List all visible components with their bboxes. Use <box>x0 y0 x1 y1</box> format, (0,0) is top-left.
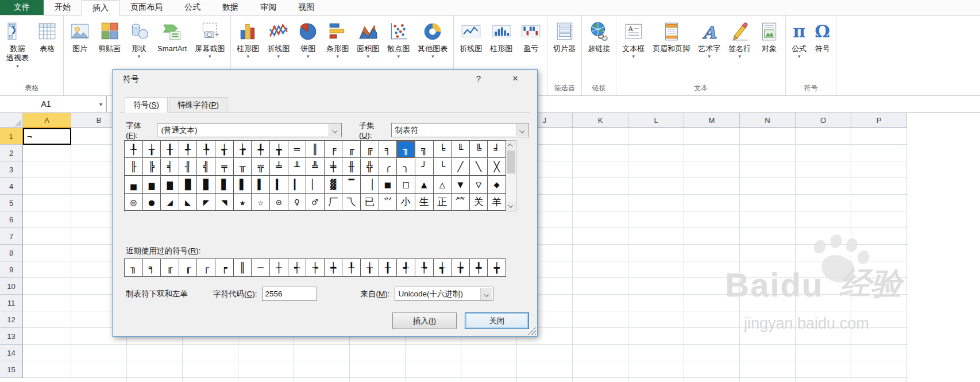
recent-symbol-cell[interactable]: ╂ <box>379 259 398 277</box>
tab-公式[interactable]: 公式 <box>173 0 211 15</box>
ribbon-other-chart[interactable]: 其他图表▾ <box>414 16 452 59</box>
ribbon-clipart[interactable]: 剪贴画 <box>94 16 125 53</box>
ribbon-picture[interactable]: 图片 <box>65 16 94 53</box>
symbol-cell[interactable]: 关 <box>470 194 488 211</box>
row-header-10[interactable]: 10 <box>0 278 23 295</box>
symbol-cell[interactable]: ♀ <box>288 194 307 211</box>
recent-symbol-cell[interactable]: ╕ <box>143 259 161 277</box>
column-header-P[interactable]: P <box>851 113 907 128</box>
recent-symbol-cell[interactable]: ┽ <box>288 259 307 277</box>
recent-symbol-cell[interactable]: ╖ <box>125 259 143 277</box>
symbol-cell[interactable]: □ <box>397 176 415 194</box>
subset-combo[interactable]: 制表符 <box>391 123 529 137</box>
symbol-cell[interactable]: ╦ <box>252 159 270 176</box>
dialog-tab-特殊字符(P)[interactable]: 特殊字符(P) <box>169 97 227 113</box>
symbol-cell[interactable]: █ <box>179 176 198 194</box>
column-header-N[interactable]: N <box>740 113 796 128</box>
row-header-3[interactable]: 3 <box>0 161 23 178</box>
from-combo[interactable]: Unicode(十六进制) <box>395 287 493 301</box>
symbol-cell[interactable]: ◆ <box>488 176 506 194</box>
ribbon-line-chart[interactable]: 折线图▾ <box>263 16 294 59</box>
symbol-cell[interactable]: ╇ <box>252 141 270 158</box>
help-icon[interactable]: ? <box>470 74 487 83</box>
ribbon-pie-chart[interactable]: 饼图▾ <box>294 16 322 59</box>
ribbon-textbox[interactable]: A文本框▾ <box>618 16 649 59</box>
ribbon-pi-formula[interactable]: π公式▾ <box>788 16 811 59</box>
recent-symbol-cell[interactable]: ┍ <box>215 259 234 277</box>
symbol-cell[interactable]: ● <box>143 194 161 211</box>
symbol-cell[interactable]: ☆ <box>252 194 270 211</box>
symbol-cell[interactable]: ╢ <box>179 159 198 176</box>
recent-symbol-cell[interactable]: ╀ <box>342 259 361 277</box>
symbol-cell[interactable]: ♂ <box>306 194 325 211</box>
symbol-cell[interactable]: ▓ <box>325 176 343 194</box>
symbol-cell[interactable]: ╈ <box>270 141 288 158</box>
symbol-cell[interactable]: ╬ <box>361 159 379 176</box>
dialog-tab-符号(S)[interactable]: 符号(S) <box>125 97 168 113</box>
symbol-cell[interactable]: 乁 <box>342 194 361 211</box>
recent-symbol-cell[interactable]: ─ <box>252 259 270 277</box>
font-combo-arrow-icon[interactable] <box>329 124 341 136</box>
symbol-cell[interactable]: ╮ <box>397 159 415 176</box>
symbol-cell[interactable]: ▽ <box>470 176 488 194</box>
recent-symbol-cell[interactable]: ║ <box>234 259 252 277</box>
from-combo-arrow-icon[interactable] <box>480 288 492 300</box>
symbol-cell[interactable]: ⊙ <box>270 194 288 211</box>
recent-symbol-cell[interactable]: ┾ <box>306 259 325 277</box>
ribbon-header-footer[interactable]: 页眉和页脚 <box>649 16 694 53</box>
recent-symbol-cell[interactable]: ┿ <box>325 259 343 277</box>
symbol-cell[interactable]: ▆ <box>161 176 179 194</box>
symbol-cell[interactable]: ╟ <box>125 159 143 176</box>
symbol-cell[interactable]: ╭ <box>379 159 398 176</box>
symbol-cell[interactable]: ╧ <box>270 159 288 176</box>
symbol-cell[interactable]: ▋ <box>234 176 252 194</box>
symbol-cell[interactable]: ╩ <box>306 159 325 176</box>
symbol-cell[interactable]: 已 <box>361 194 379 211</box>
symbol-cell[interactable]: ╓ <box>342 141 361 158</box>
symbol-cell[interactable]: 小 <box>397 194 415 211</box>
symbol-cell[interactable]: ▎ <box>288 176 307 194</box>
symbol-cell[interactable]: ◥ <box>215 194 234 211</box>
ribbon-area-chart[interactable]: 面积图▾ <box>353 16 383 59</box>
symbol-cell[interactable]: ▍ <box>270 176 288 194</box>
ribbon-hyperlink[interactable]: 超链接 <box>584 16 614 53</box>
symbol-cell[interactable]: ▕ <box>361 176 379 194</box>
column-header-O[interactable]: O <box>796 113 851 128</box>
symbol-cell[interactable]: ╪ <box>325 159 343 176</box>
ribbon-screenshot[interactable]: 屏幕截图▾ <box>191 16 229 59</box>
row-header-5[interactable]: 5 <box>0 195 23 211</box>
scroll-up-icon[interactable] <box>506 141 516 150</box>
ribbon-shapes[interactable]: 形状▾ <box>125 16 153 59</box>
row-header-14[interactable]: 14 <box>0 345 23 361</box>
symbol-cell[interactable]: ╃ <box>179 141 198 158</box>
name-box-dropdown-icon[interactable]: ▾ <box>99 101 102 107</box>
symbol-cell[interactable]: ▅ <box>143 176 161 194</box>
recent-symbol-cell[interactable]: ╃ <box>397 259 415 277</box>
symbol-cell[interactable]: ╡ <box>161 159 179 176</box>
symbol-cell[interactable]: ║ <box>306 141 325 158</box>
close-button[interactable]: 关闭 <box>465 312 529 329</box>
tab-数据[interactable]: 数据 <box>211 0 249 15</box>
tab-开始[interactable]: 开始 <box>44 0 82 15</box>
symbol-cell[interactable]: ╥ <box>234 159 252 176</box>
ribbon-scatter-chart[interactable]: 散点图▾ <box>383 16 414 59</box>
name-box[interactable]: A1 ▾ <box>0 96 107 112</box>
column-header-L[interactable]: L <box>628 113 684 128</box>
symbol-cell[interactable]: ▔ <box>342 176 361 194</box>
symbol-cell[interactable]: ╕ <box>379 141 398 158</box>
symbol-cell[interactable]: △ <box>434 176 452 194</box>
ribbon-object[interactable]: 对象 <box>755 16 784 53</box>
row-header-1[interactable]: 1 <box>0 128 23 145</box>
symbol-cell-selected[interactable]: ╖ <box>397 141 415 158</box>
symbol-cell[interactable]: ╫ <box>342 159 361 176</box>
ribbon-sparkline-column[interactable]: 柱形图 <box>486 16 516 53</box>
symbol-cell[interactable]: ╗ <box>415 141 434 158</box>
symbol-cell[interactable]: ▼ <box>452 176 470 194</box>
symbol-cell[interactable]: ╆ <box>234 141 252 158</box>
symbol-cell[interactable]: ▄ <box>125 176 143 194</box>
symbol-cell[interactable]: ╚ <box>470 141 488 158</box>
recent-symbol-cell[interactable]: ╄ <box>415 259 434 277</box>
symbol-cell[interactable]: 厂 <box>325 194 343 211</box>
tab-审阅[interactable]: 审阅 <box>249 0 287 15</box>
row-header-8[interactable]: 8 <box>0 245 23 261</box>
